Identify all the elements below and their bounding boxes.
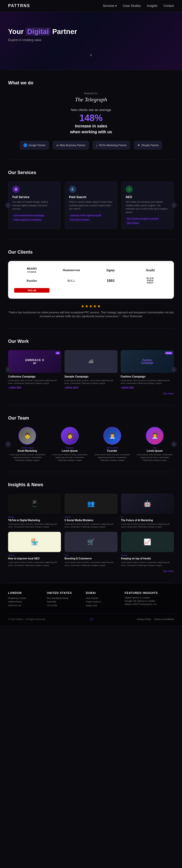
footer-london: LONDON Endeavour House Retford Road SM5 … [8, 591, 41, 607]
insight-desc-trends: Lorem ipsum dolor sit amet, consectetur … [121, 561, 174, 566]
insights-title: Insights & News [8, 482, 174, 488]
insight-desc-tiktok: Lorem ipsum dolor sit amet, consectetur … [8, 523, 61, 528]
logo[interactable]: PATTRNS [8, 4, 30, 8]
insight-desc-social: Lorem ipsum dolor sit amet, consectetur … [65, 523, 117, 528]
seo-desc: SEO helps you increase your brands visib… [125, 200, 170, 214]
team-role-joshua: Joshua Krom [93, 447, 132, 449]
clients-section: Our Clients BEANOSTUDIOS Hammerson lapay… [0, 240, 182, 328]
work-card-fashion-title: Fashion Campaign [120, 375, 174, 378]
featured-in-label: featured in: [8, 92, 174, 95]
stat-number: 148% [8, 113, 174, 123]
fullservice-icon: ⚙ [12, 186, 20, 193]
client-hammerson: Hammerson [53, 268, 89, 272]
team-role-amy: Amy [136, 447, 174, 449]
team-grid: 👨 Jimmy Coppin Email Marketing Lorem ips… [8, 427, 174, 462]
footer: LONDON Endeavour House Retford Road SM5 … [0, 583, 182, 625]
work-stat-collisions: +104% ROI [8, 386, 62, 389]
work-stat-sample: +203% AOV [65, 386, 118, 389]
insight-title-trends: Keeping on top of trends [121, 557, 174, 560]
footer-featured: Featured Insights Digital Agency in Lond… [124, 591, 174, 607]
avatar-joshua: 👨‍💼 [103, 427, 121, 445]
team-next-arrow[interactable]: › [171, 441, 177, 447]
insight-cat-social: Social [65, 516, 117, 518]
footer-dubai-addr1: One Central [86, 596, 119, 600]
testimonial-text: "Pattrns has transformed our online pres… [8, 311, 174, 318]
client-asahi: Asahi [133, 268, 168, 272]
terms-link[interactable]: Terms & Conditions [154, 618, 174, 620]
tiktok-icon: ♪ [96, 143, 98, 147]
work-next-arrow[interactable]: › [171, 367, 177, 372]
footer-link-2[interactable]: Google Ads Agency in London [124, 600, 174, 602]
services-grid: ⚙ Full Service Our team of experts desig… [8, 181, 174, 229]
nav-case-studies[interactable]: Case Studies [123, 4, 141, 8]
work-card-collisions-title: Collisions Campaign [8, 375, 62, 378]
footer-usa-addr3: TN 37206 [47, 604, 80, 607]
insights-grid: 📱 Social TikTok in Digital Marketing Lor… [8, 494, 174, 567]
work-badge-brand: Brand [165, 352, 172, 354]
avatar-bg-amy: 👩‍💼 [146, 427, 163, 444]
footer-dubai-title: DUBAI [86, 591, 119, 594]
work-img-collisions: EMBRACE IIAI AI [8, 350, 62, 373]
scroll-down-arrow[interactable]: ↓ [8, 52, 174, 57]
insight-desc-seo: Lorem ipsum dolor sit amet, consectetur … [8, 561, 61, 566]
services-carousel: ‹ ⚙ Full Service Our team of experts des… [8, 181, 174, 229]
footer-usa-title: UNITED STATES [47, 591, 80, 594]
clients-logo-box: BEANOSTUDIOS Hammerson lapay Asahi Puzzl… [8, 261, 174, 299]
stars-rating: ★★★★★ [8, 304, 174, 309]
privacy-policy-link[interactable]: Privacy Policy [137, 618, 151, 620]
service-card-fullservice: ⚙ Full Service Our team of experts desig… [8, 181, 61, 229]
seo-badge1: Top 3 result on Google in 3 months [125, 217, 159, 220]
what-we-do-section: What we do featured in: The Telegraph Ne… [0, 70, 182, 160]
insight-title-ecomm: Boosting E-Commerce [65, 557, 117, 560]
work-card-sample-desc: Lorem ipsum dolor sit amet, consectetur … [65, 379, 118, 384]
paidsearch-desc: There is rarely a better signal of inten… [69, 200, 113, 211]
services-section: Our Services ‹ ⚙ Full Service Our team o… [0, 160, 182, 239]
paidsearch-badge1: Voted top 10 PPC agencies by DR [69, 214, 102, 217]
team-name-amy: Lorem Ipsum [136, 450, 174, 452]
work-card-sample: 🏙 Sample Campaign Lorem ipsum dolor sit … [65, 350, 118, 389]
avatar-amy: 👩‍💼 [146, 427, 163, 445]
nav-contact[interactable]: Contact [163, 4, 174, 8]
insight-cat-seo: Search [8, 554, 61, 556]
insight-title-social: 5 Social Media Mistakes [65, 519, 117, 522]
footer-london-addr1: Endeavour House [8, 596, 41, 600]
footer-link-1[interactable]: Digital Agency in London [124, 596, 174, 599]
work-see-more[interactable]: See more [8, 392, 174, 395]
nav-links: Services ▾ Case Studies Insights Contact [103, 4, 174, 8]
nav-insights[interactable]: Insights [147, 4, 157, 8]
sample-image-bg: 🏙 [65, 350, 118, 373]
collisions-image-bg: EMBRACE IIAI [8, 350, 62, 373]
footer-copyright: © 2022 Pattrns - All Rights Reserved. [8, 618, 46, 620]
work-img-fashion: FashionCampaign Brand [120, 350, 174, 373]
fullservice-desc: Our team of experts design, build & exec… [12, 200, 57, 211]
team-prev-arrow[interactable]: ‹ [5, 441, 11, 447]
services-prev-arrow[interactable]: ‹ [5, 203, 11, 208]
work-carousel: ‹ EMBRACE IIAI AI Collisions Campaign Lo… [8, 350, 174, 389]
team-role-jimmy: Jimmy Coppin [8, 447, 46, 449]
footer-link-3[interactable]: What is CRO? Conversions +% [124, 603, 174, 606]
clients-title: Our Clients [8, 250, 174, 255]
work-prev-arrow[interactable]: ‹ [5, 367, 11, 372]
stat-prefix: New clients see an average [8, 108, 174, 112]
client-1001: 1001 [93, 278, 129, 283]
insight-tiktok: 📱 Social TikTok in Digital Marketing Lor… [8, 494, 61, 528]
footer-grid: LONDON Endeavour House Retford Road SM5 … [8, 591, 174, 607]
insight-cat-trends: Tracker [121, 554, 174, 556]
seo-title: SEO [125, 195, 170, 199]
hero-section: Your Digital Partner Experts in creating… [0, 12, 182, 70]
work-card-collisions: EMBRACE IIAI AI Collisions Campaign Lore… [8, 350, 62, 389]
footer-london-addr3: SM5 8AY UK [8, 604, 41, 607]
team-role-rayhane: Rayhane [50, 447, 89, 449]
team-carousel: ‹ 👨 Jimmy Coppin Email Marketing Lorem i… [8, 427, 174, 462]
services-next-arrow[interactable]: › [171, 203, 177, 208]
footer-usa-addr2: Nashville [47, 600, 80, 603]
services-title: Our Services [8, 170, 174, 175]
nav-services[interactable]: Services ▾ [103, 4, 117, 8]
seo-icon: ↑ [125, 186, 133, 193]
footer-featured-title: Featured Insights [124, 591, 174, 594]
insights-see-more[interactable]: See more [8, 570, 174, 572]
partner-tiktok: ♪ TikTok Marketing Partner [93, 141, 130, 150]
work-title: Our Work [8, 339, 174, 344]
insight-img-tiktok: 📱 [8, 494, 61, 514]
google-icon: 🔵 [23, 143, 28, 147]
